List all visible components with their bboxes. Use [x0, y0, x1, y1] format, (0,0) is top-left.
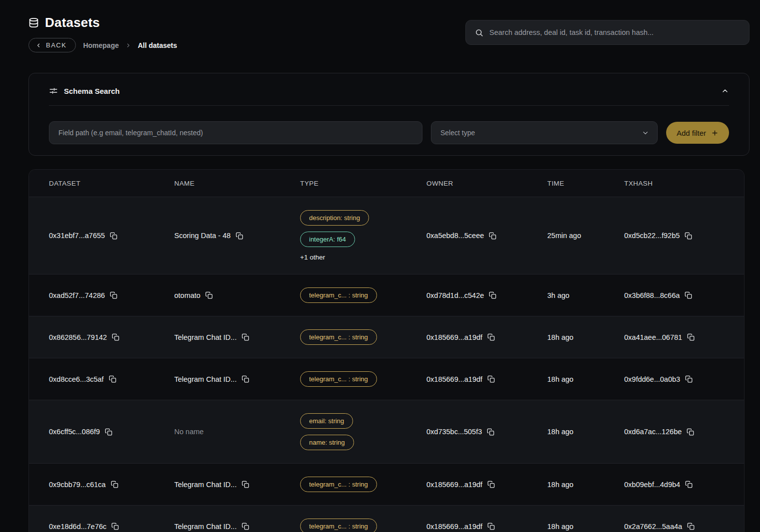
schema-search-panel: Schema Search Select type Add filter	[28, 73, 750, 156]
breadcrumb: BACK Homepage All datasets	[28, 38, 177, 52]
copy-icon[interactable]	[685, 232, 692, 240]
tx-hash: 0x3b6f88...8c66a	[624, 291, 680, 299]
dataset-name: No name	[174, 428, 204, 436]
dataset-hash: 0x6cff5c...086f9	[49, 428, 100, 436]
copy-icon[interactable]	[112, 333, 119, 341]
type-badge: name: string	[300, 435, 354, 450]
copy-icon[interactable]	[487, 333, 495, 341]
time-ago: 18h ago	[547, 481, 573, 489]
back-label: BACK	[46, 41, 66, 49]
type-badge: email: string	[300, 413, 353, 429]
copy-icon[interactable]	[487, 428, 494, 436]
type-badge: telegram_c... : string	[300, 519, 377, 532]
table-row[interactable]: 0xad52f7...74286otomatotelegram_c... : s…	[29, 274, 744, 316]
filter-sliders-icon	[49, 86, 58, 95]
copy-icon[interactable]	[242, 333, 249, 341]
type-badge: telegram_c... : string	[300, 371, 377, 387]
dataset-name: otomato	[174, 291, 200, 299]
database-icon	[28, 17, 39, 28]
tx-hash: 0xb09ebf...4d9b4	[624, 481, 680, 489]
add-filter-button[interactable]: Add filter	[666, 122, 729, 144]
copy-icon[interactable]	[487, 523, 495, 530]
table-row[interactable]: 0x862856...79142Telegram Chat ID...teleg…	[29, 316, 744, 358]
field-path-input[interactable]	[49, 121, 422, 144]
chevron-down-icon	[642, 129, 649, 137]
copy-icon[interactable]	[685, 291, 692, 299]
column-header-time: TIME	[547, 180, 624, 187]
copy-icon[interactable]	[687, 523, 695, 530]
column-header-txhash: TXHASH	[624, 180, 744, 187]
tx-hash: 0xa41aee...06781	[624, 333, 682, 341]
type-select[interactable]: Select type	[431, 121, 658, 144]
table-row[interactable]: 0xe18d6d...7e76cTelegram Chat ID...teleg…	[29, 505, 744, 532]
tx-hash: 0xd6a7ac...126be	[624, 428, 682, 436]
type-badge: description: string	[300, 210, 369, 226]
copy-icon[interactable]	[105, 428, 112, 436]
page-title: Datasets	[45, 15, 100, 30]
copy-icon[interactable]	[487, 481, 495, 488]
copy-icon[interactable]	[489, 232, 496, 240]
collapse-panel-button[interactable]	[721, 87, 729, 95]
copy-icon[interactable]	[236, 232, 243, 240]
datasets-page: Datasets BACK Homepage All datasets	[0, 0, 760, 532]
dataset-hash: 0x31ebf7...a7655	[49, 232, 105, 240]
plus-icon	[711, 129, 719, 137]
search-icon	[475, 28, 483, 37]
table-row[interactable]: 0x31ebf7...a7655Scoring Data - 48descrip…	[29, 197, 744, 274]
copy-icon[interactable]	[109, 375, 116, 383]
table-body: 0x31ebf7...a7655Scoring Data - 48descrip…	[29, 197, 744, 532]
column-header-owner: OWNER	[426, 180, 547, 187]
back-button[interactable]: BACK	[28, 38, 76, 52]
global-search[interactable]	[465, 20, 750, 45]
column-header-type: TYPE	[300, 180, 426, 187]
type-select-value: Select type	[440, 129, 475, 137]
add-filter-label: Add filter	[677, 129, 706, 137]
more-types-label: +1 other	[300, 254, 325, 261]
owner-hash: 0x185669...a19df	[426, 375, 482, 383]
datasets-table: DATASET NAME TYPE OWNER TIME TXHASH 0x31…	[28, 169, 745, 532]
time-ago: 3h ago	[547, 291, 569, 299]
breadcrumb-current: All datasets	[138, 41, 177, 49]
copy-icon[interactable]	[110, 291, 117, 299]
copy-icon[interactable]	[687, 428, 694, 436]
dataset-hash: 0x862856...79142	[49, 333, 107, 341]
copy-icon[interactable]	[111, 481, 118, 488]
type-badge: telegram_c... : string	[300, 477, 377, 492]
tx-hash: 0xd5cb22...f92b5	[624, 232, 680, 240]
copy-icon[interactable]	[489, 291, 496, 299]
tx-hash: 0x9fdd6e...0a0b3	[624, 375, 680, 383]
time-ago: 18h ago	[547, 333, 573, 341]
type-badge: telegram_c... : string	[300, 287, 377, 303]
time-ago: 25min ago	[547, 232, 581, 240]
table-header-row: DATASET NAME TYPE OWNER TIME TXHASH	[29, 170, 744, 197]
time-ago: 18h ago	[547, 428, 573, 436]
owner-hash: 0xa5ebd8...5ceee	[426, 232, 484, 240]
owner-hash: 0x185669...a19df	[426, 523, 482, 531]
time-ago: 18h ago	[547, 375, 573, 383]
copy-icon[interactable]	[110, 232, 117, 240]
chevron-up-icon	[721, 87, 729, 95]
owner-hash: 0xd78d1d...c542e	[426, 291, 484, 299]
copy-icon[interactable]	[205, 291, 213, 299]
dataset-hash: 0xe18d6d...7e76c	[49, 523, 106, 531]
table-row[interactable]: 0xd8cce6...3c5afTelegram Chat ID...teleg…	[29, 358, 744, 400]
table-row[interactable]: 0x6cff5c...086f9No nameemail: stringname…	[29, 400, 744, 463]
type-badge: integerA: f64	[300, 232, 355, 247]
copy-icon[interactable]	[242, 375, 249, 383]
copy-icon[interactable]	[685, 481, 693, 488]
time-ago: 18h ago	[547, 523, 573, 531]
owner-hash: 0x185669...a19df	[426, 333, 482, 341]
owner-hash: 0x185669...a19df	[426, 481, 482, 489]
breadcrumb-homepage[interactable]: Homepage	[83, 41, 119, 49]
table-row[interactable]: 0x9cbb79...c61caTelegram Chat ID...teleg…	[29, 463, 744, 505]
copy-icon[interactable]	[111, 523, 119, 530]
copy-icon[interactable]	[487, 375, 495, 383]
dataset-hash: 0xad52f7...74286	[49, 291, 105, 299]
copy-icon[interactable]	[242, 481, 249, 488]
copy-icon[interactable]	[687, 333, 695, 341]
copy-icon[interactable]	[685, 375, 693, 383]
search-input[interactable]	[489, 28, 740, 36]
title-block: Datasets BACK Homepage All datasets	[28, 15, 177, 52]
copy-icon[interactable]	[242, 523, 249, 530]
dataset-name: Telegram Chat ID...	[174, 481, 237, 489]
